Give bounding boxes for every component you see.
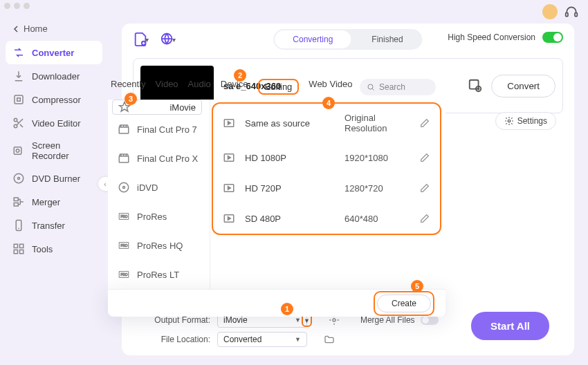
- sidebar-item-compressor[interactable]: Compressor: [6, 88, 102, 111]
- chevron-down-icon[interactable]: ▼: [304, 317, 310, 324]
- settings-pill-label: Settings: [517, 116, 547, 126]
- start-all-button[interactable]: Start All: [471, 312, 549, 340]
- sidebar-item-label: Video Editor: [32, 118, 81, 129]
- resolution-name: HD 1080P: [245, 153, 335, 163]
- tab-video[interactable]: Video: [156, 79, 178, 95]
- sidebar-item-label: Compressor: [32, 95, 81, 105]
- sidebar-item-screen-recorder[interactable]: Screen Recorder: [6, 135, 102, 167]
- headset-icon[interactable]: [564, 5, 578, 19]
- play-box-icon: [223, 117, 235, 129]
- sidebar: Home Converter Downloader Compressor Vid…: [0, 0, 108, 365]
- tab-editing[interactable]: Editing: [258, 79, 300, 95]
- panel-left-item-idvd[interactable]: iDVD: [108, 173, 210, 202]
- panel-tabs: Recently Video Audio Device Editing Web …: [111, 79, 393, 95]
- tab-web-video[interactable]: Web Video: [309, 79, 352, 95]
- edit-icon[interactable]: [419, 213, 430, 224]
- panel-left-item-fcpx[interactable]: Final Cut Pro X: [108, 144, 210, 173]
- sidebar-item-label: Transfer: [32, 221, 65, 231]
- tab-audio[interactable]: Audio: [188, 79, 211, 95]
- segment-finished[interactable]: Finished: [353, 30, 421, 48]
- resolution-highlight: Same as source Original Resolution HD 10…: [212, 102, 441, 235]
- panel-left-label: ProRes LT: [137, 270, 179, 280]
- prores-icon: PRO: [118, 210, 130, 223]
- transfer-icon: [12, 219, 25, 232]
- convert-button[interactable]: Convert: [491, 75, 555, 97]
- svg-text:PRO: PRO: [121, 273, 128, 277]
- sidebar-item-label: Merger: [32, 197, 60, 207]
- home-link[interactable]: Home: [0, 19, 108, 38]
- sidebar-nav: Converter Downloader Compressor Video Ed…: [0, 38, 108, 263]
- svg-point-26: [123, 187, 125, 189]
- panel-left-item-prores[interactable]: PRO ProRes: [108, 202, 210, 231]
- panel-left-list: iMovie Final Cut Pro 7 Final Cut Pro X i…: [108, 100, 210, 314]
- sidebar-item-label: Screen Recorder: [32, 140, 95, 161]
- resolution-name: HD 720P: [245, 183, 335, 194]
- resolution-row-720[interactable]: HD 720P 1280*720: [213, 173, 440, 203]
- svg-rect-14: [566, 13, 568, 17]
- sidebar-item-dvd-burner[interactable]: DVD Burner: [6, 167, 102, 190]
- sidebar-item-transfer[interactable]: Transfer: [6, 214, 102, 237]
- edit-icon[interactable]: [419, 118, 430, 129]
- svg-point-21: [333, 319, 336, 321]
- sidebar-item-converter[interactable]: Converter: [6, 41, 102, 64]
- compressor-icon: [12, 93, 25, 106]
- avatar[interactable]: [542, 4, 558, 19]
- resolution-name: SD 480P: [245, 214, 335, 224]
- svg-rect-0: [15, 95, 23, 104]
- svg-point-22: [368, 84, 373, 89]
- sidebar-item-merger[interactable]: Merger: [6, 190, 102, 214]
- edit-icon[interactable]: [419, 182, 430, 194]
- edit-icon[interactable]: [419, 152, 430, 163]
- resolution-row-480[interactable]: SD 480P 640*480: [213, 203, 440, 234]
- panel-search[interactable]: Search: [360, 79, 436, 95]
- svg-rect-13: [20, 250, 24, 254]
- sidebar-item-video-editor[interactable]: Video Editor: [6, 111, 102, 135]
- file-location-value: Converted: [223, 335, 261, 344]
- sidebar-item-downloader[interactable]: Downloader: [6, 64, 102, 88]
- svg-point-20: [508, 120, 511, 122]
- create-highlight: Create: [374, 291, 434, 316]
- svg-rect-8: [14, 203, 18, 207]
- resolution-value: 1280*720: [344, 183, 410, 194]
- folder-icon[interactable]: [324, 334, 335, 345]
- create-button[interactable]: Create: [377, 294, 431, 312]
- chevron-down-icon: ▼: [295, 317, 301, 324]
- high-speed-toggle[interactable]: [542, 32, 563, 43]
- add-file-button[interactable]: ▾: [133, 32, 149, 47]
- file-location-select[interactable]: Converted ▼: [217, 332, 307, 347]
- merge-row: Merge All Files: [360, 315, 439, 325]
- prores-icon: PRO: [118, 239, 130, 252]
- gear-icon: [504, 116, 514, 126]
- panel-left-label: ProRes: [137, 212, 167, 222]
- add-url-button[interactable]: ▾: [160, 32, 176, 47]
- settings-pill[interactable]: Settings: [495, 112, 556, 130]
- panel-right-list: Same as source Original Resolution HD 10…: [210, 100, 445, 292]
- svg-text:PRO: PRO: [121, 244, 128, 247]
- chevron-down-icon: ▾: [172, 36, 176, 44]
- home-label: Home: [24, 24, 48, 34]
- merge-label: Merge All Files: [360, 315, 415, 325]
- segment-converting[interactable]: Converting: [275, 30, 351, 48]
- svg-point-25: [119, 182, 129, 192]
- sidebar-item-label: Downloader: [32, 71, 80, 82]
- panel-left-item-proreslt[interactable]: PRO ProRes LT: [108, 260, 210, 289]
- resolution-name: Same as source: [245, 118, 335, 129]
- callout-badge-4: 4: [322, 97, 335, 109]
- resolution-row-1080[interactable]: HD 1080P 1920*1080: [213, 142, 440, 173]
- clapper-icon: [118, 152, 130, 165]
- sidebar-item-label: Tools: [32, 244, 53, 254]
- callout-badge-3: 3: [125, 93, 137, 105]
- high-speed-label: High Speed Conversion: [448, 32, 535, 42]
- download-icon: [12, 70, 25, 82]
- panel-left-item-proreshq[interactable]: PRO ProRes HQ: [108, 231, 210, 260]
- callout-badge-5: 5: [411, 280, 423, 292]
- tab-device[interactable]: Device: [221, 79, 248, 95]
- svg-rect-11: [20, 244, 24, 247]
- sidebar-item-tools[interactable]: Tools: [6, 237, 102, 261]
- clapper-icon: [118, 123, 130, 135]
- merge-toggle[interactable]: [421, 315, 439, 325]
- svg-rect-18: [470, 80, 479, 89]
- output-settings-icon[interactable]: [468, 78, 483, 93]
- panel-left-item-fcp7[interactable]: Final Cut Pro 7: [108, 115, 210, 144]
- resolution-row-same[interactable]: Same as source Original Resolution: [213, 104, 440, 142]
